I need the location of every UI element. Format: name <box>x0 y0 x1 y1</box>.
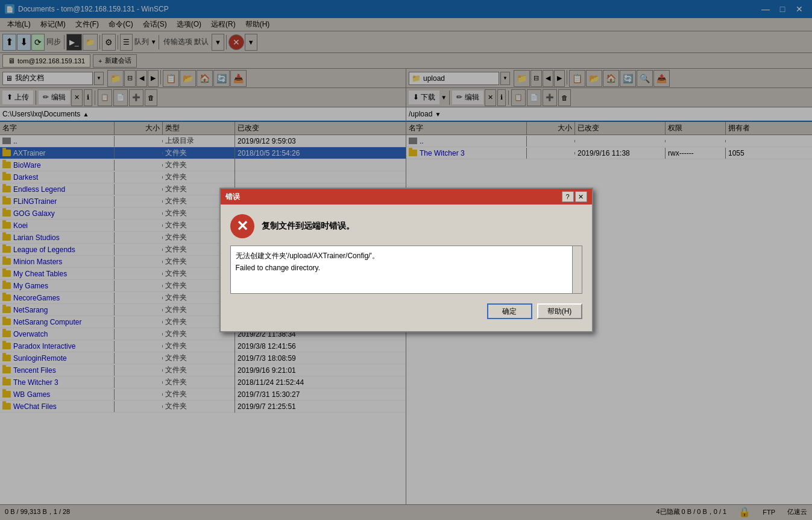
dialog-ok-button[interactable]: 确定 <box>487 303 532 319</box>
dialog-detail: 无法创建文件夹'/upload/AXTrainer/Config/'。 Fail… <box>230 246 582 294</box>
dialog-scrollbar[interactable] <box>572 246 582 293</box>
dialog-title-bar: 错误 ? ✕ <box>221 189 592 205</box>
dialog-title-text: 错误 <box>225 192 240 202</box>
dialog-close-btn-title[interactable]: ✕ <box>575 191 587 202</box>
dialog-title-buttons: ? ✕ <box>562 191 587 202</box>
error-icon: ✕ <box>230 214 254 238</box>
dialog-header: ✕ 复制文件到远端时错误。 <box>230 214 582 238</box>
dialog-content: ✕ 复制文件到远端时错误。 无法创建文件夹'/upload/AXTrainer/… <box>221 205 592 331</box>
dialog-message: 复制文件到远端时错误。 <box>262 221 354 232</box>
dialog-detail-line2: Failed to change directory. <box>236 264 577 272</box>
dialog-detail-line1: 无法创建文件夹'/upload/AXTrainer/Config/'。 <box>236 251 577 261</box>
dialog-overlay: 错误 ? ✕ ✕ 复制文件到远端时错误。 无法创建文件夹'/upload/AXT… <box>0 0 812 520</box>
dialog-helpbtn[interactable]: 帮助(H) <box>537 303 582 319</box>
dialog-footer: 确定 帮助(H) <box>230 301 582 322</box>
dialog-help-btn-title[interactable]: ? <box>562 191 574 202</box>
error-dialog: 错误 ? ✕ ✕ 复制文件到远端时错误。 无法创建文件夹'/upload/AXT… <box>219 188 593 332</box>
